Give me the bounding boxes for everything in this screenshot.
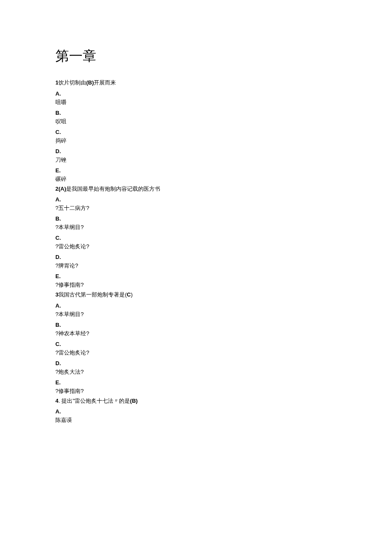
option-letter: E. [55,379,337,386]
option-text: ?炮炙大法? [55,368,337,376]
question-answer: C [127,291,131,298]
option-text: ?修事指南? [55,387,337,395]
option-letter: A. [55,408,337,415]
question-text-after: ) [131,291,133,298]
question-4: 4. 提出"雷公炮炙十七法〃的是(B) [55,397,337,405]
option-text: ?本草纲目? [55,311,337,318]
option-letter: B. [55,322,337,328]
question-text-after: 开展而来 [94,79,116,86]
option-letter: C. [55,341,337,347]
option-letter: E. [55,273,337,279]
question-answer: (B) [130,398,138,404]
option-letter: A. [55,196,337,203]
option-letter: A. [55,302,337,309]
chapter-title: 第一章 [55,47,337,66]
question-text-after: 是我国最早始有炮制内容记载的医方书 [66,186,160,192]
option-text: ?五十二病方? [55,204,337,212]
question-3: 3我国古代第一部炮制专著是(C) [55,291,337,299]
question-text-before: 我国古代第一部炮制专著是( [58,291,127,298]
option-letter: D. [55,360,337,366]
question-answer: (B) [86,79,94,86]
option-text: 碾碎 [55,175,337,183]
option-letter: D. [55,148,337,154]
option-text: ?修事指南? [55,281,337,289]
option-text: 刀锉 [55,156,337,164]
option-letter: B. [55,110,337,116]
option-text: 㕮咀 [55,118,337,125]
question-1: 1饮片切制由(B)开展而来 [55,78,337,87]
option-letter: D. [55,254,337,260]
option-text: ?雷公炮炙论? [55,243,337,250]
option-letter: C. [55,235,337,241]
option-text: 捣碎 [55,137,337,145]
option-text: ?本草纲目? [55,224,337,231]
option-letter: E. [55,167,337,174]
option-text: 咀嚼 [55,99,337,106]
option-text: ?脾胃论? [55,262,337,270]
question-answer: (A) [58,186,66,192]
question-text-before: . 提出"雷公炮炙十七法〃的是 [58,398,130,404]
option-text: ?雷公炮炙论? [55,349,337,357]
option-text: ?神农本草经? [55,330,337,337]
question-text-before: 饮片切制由 [58,79,86,86]
question-2: 2(A)是我国最早始有炮制内容记载的医方书 [55,185,337,193]
option-text: 陈嘉谟 [55,416,337,424]
option-letter: B. [55,215,337,222]
option-letter: A. [55,90,337,97]
option-letter: C. [55,129,337,135]
